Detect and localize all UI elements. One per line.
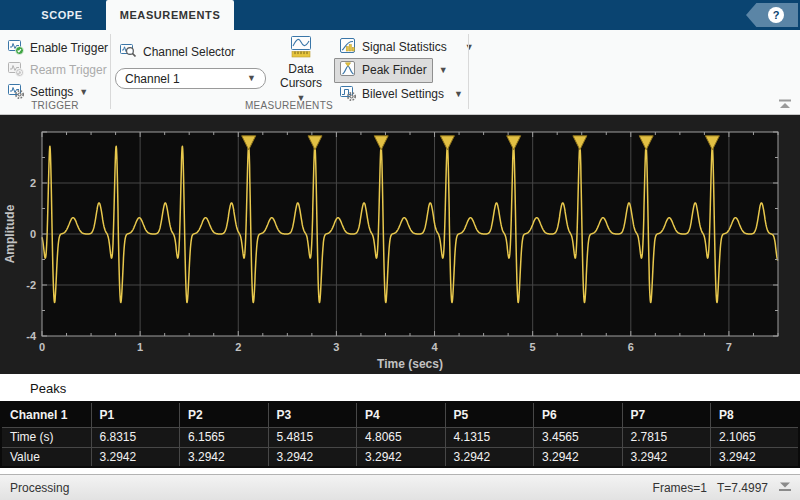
- value-cell: 3.2942: [91, 447, 180, 467]
- statusbar: Processing Frames=1 T=7.4997: [0, 474, 800, 500]
- peak-finder-button[interactable]: Peak Finder: [334, 58, 433, 83]
- channel-selector-button[interactable]: Channel Selector: [120, 42, 235, 62]
- peaks-table: Channel 1P1P2P3P4P5P6P7P8Time (s)6.83156…: [0, 401, 800, 468]
- peak-header-cell: P4: [357, 402, 446, 427]
- measurements-group-label: MEASUREMENTS: [110, 100, 468, 111]
- trigger-settings-button[interactable]: Settings ▼: [8, 82, 88, 102]
- peaks-table-row: Value3.29423.29423.29423.29423.29423.294…: [1, 447, 799, 467]
- signal-statistics-dropdown-icon[interactable]: ▼: [465, 43, 474, 52]
- ribbon-toolstrip: Enable Trigger Rearm Trigger: [0, 30, 800, 115]
- channel-dropdown[interactable]: Channel 1 ▼: [115, 68, 266, 89]
- help-icon: ?: [768, 7, 784, 23]
- value-cell: 2.1065: [711, 427, 800, 447]
- data-cursors-label-line2: Cursors: [280, 76, 322, 90]
- peak-header-cell: P2: [180, 402, 269, 427]
- signal-statistics-label: Signal Statistics: [362, 40, 447, 54]
- status-text: Processing: [10, 481, 69, 495]
- x-axis-label: Time (secs): [377, 357, 443, 371]
- tabbar: SCOPE MEASUREMENTS ?: [0, 0, 800, 30]
- value-cell: 6.1565: [180, 427, 269, 447]
- enable-trigger-button[interactable]: Enable Trigger: [8, 38, 108, 58]
- peak-finder-row: Peak Finder ▼: [334, 59, 448, 81]
- channel-dropdown-value: Channel 1: [125, 72, 180, 86]
- channel-selector-label: Channel Selector: [143, 45, 235, 59]
- peak-finder-icon: [340, 61, 356, 80]
- peak-header-cell: P3: [268, 402, 357, 427]
- enable-trigger-label: Enable Trigger: [30, 41, 108, 55]
- y-tick-label: 0: [30, 228, 36, 240]
- x-tick-label: 3: [333, 341, 339, 353]
- collapse-statusbar-button[interactable]: [778, 481, 792, 495]
- peaks-table-header-row: Channel 1P1P2P3P4P5P6P7P8: [1, 402, 799, 427]
- bilevel-settings-label: Bilevel Settings: [362, 87, 444, 101]
- group-separator: [110, 34, 111, 109]
- plot-panel: 01234567-4-202Time (secs)Amplitude: [0, 115, 800, 374]
- value-cell: 3.2942: [534, 447, 623, 467]
- data-cursors-button[interactable]: Data Cursors ▼: [276, 35, 326, 104]
- rearm-trigger-icon: [8, 61, 24, 80]
- y-tick-label: -4: [26, 330, 37, 342]
- peaks-panel-title: Peaks: [30, 381, 66, 396]
- value-cell: 3.2942: [622, 447, 711, 467]
- value-cell: 3.2942: [357, 447, 446, 467]
- trigger-settings-label: Settings: [30, 85, 73, 99]
- signal-statistics-button[interactable]: Signal Statistics: [334, 35, 453, 60]
- value-cell: 3.4565: [534, 427, 623, 447]
- peak-finder-label: Peak Finder: [362, 63, 427, 77]
- value-cell: 5.4815: [268, 427, 357, 447]
- row-label-cell: Time (s): [1, 427, 91, 447]
- value-cell: 3.2942: [180, 447, 269, 467]
- x-tick-label: 4: [431, 341, 438, 353]
- peak-finder-dropdown-icon[interactable]: ▼: [439, 66, 448, 75]
- collapse-ribbon-button[interactable]: [778, 98, 792, 112]
- tab-scope[interactable]: SCOPE: [18, 0, 106, 30]
- peak-header-cell: P6: [534, 402, 623, 427]
- trigger-settings-icon: [8, 83, 24, 102]
- tab-measurements[interactable]: MEASUREMENTS: [106, 0, 234, 30]
- peak-header-cell: P5: [445, 402, 534, 427]
- bilevel-settings-dropdown-icon[interactable]: ▼: [454, 90, 463, 99]
- enable-trigger-icon: [8, 39, 24, 58]
- frames-counter: Frames=1: [653, 481, 707, 495]
- scope-plot[interactable]: 01234567-4-202Time (secs)Amplitude: [0, 115, 800, 374]
- x-tick-label: 1: [137, 341, 143, 353]
- trigger-group-label: TRIGGER: [0, 100, 110, 111]
- y-tick-label: 2: [30, 177, 36, 189]
- x-tick-label: 2: [235, 341, 241, 353]
- peaks-table-row: Time (s)6.83156.15655.48154.80654.13153.…: [1, 427, 799, 447]
- y-axis-label: Amplitude: [3, 204, 17, 263]
- peak-header-cell: P1: [91, 402, 180, 427]
- value-cell: 3.2942: [711, 447, 800, 467]
- x-tick-label: 5: [530, 341, 536, 353]
- collapse-down-icon: [778, 482, 792, 492]
- trigger-settings-dropdown-icon[interactable]: ▼: [79, 88, 88, 97]
- x-tick-label: 7: [726, 341, 732, 353]
- channel-header-cell: Channel 1: [1, 402, 91, 427]
- sim-time: T=7.4997: [717, 481, 768, 495]
- row-label-cell: Value: [1, 447, 91, 467]
- value-cell: 6.8315: [91, 427, 180, 447]
- channel-dropdown-caret-icon: ▼: [247, 74, 256, 83]
- value-cell: 4.8065: [357, 427, 446, 447]
- value-cell: 2.7815: [622, 427, 711, 447]
- scope-window: SCOPE MEASUREMENTS ? Enable Trigger: [0, 0, 800, 500]
- x-tick-label: 6: [628, 341, 634, 353]
- y-tick-label: -2: [26, 279, 36, 291]
- channel-selector-icon: [120, 42, 137, 62]
- group-separator: [468, 34, 469, 109]
- data-cursors-icon: [289, 48, 313, 62]
- value-cell: 4.1315: [445, 427, 534, 447]
- signal-statistics-row: Signal Statistics ▼: [334, 36, 474, 58]
- peak-header-cell: P8: [711, 402, 800, 427]
- rearm-trigger-button: Rearm Trigger: [8, 60, 107, 80]
- value-cell: 3.2942: [445, 447, 534, 467]
- peak-header-cell: P7: [622, 402, 711, 427]
- x-tick-label: 0: [39, 341, 45, 353]
- data-cursors-label-line1: Data: [276, 62, 326, 76]
- value-cell: 3.2942: [268, 447, 357, 467]
- collapse-up-icon: [778, 99, 792, 109]
- help-button[interactable]: ?: [746, 3, 798, 27]
- peaks-panel: Peaks Channel 1P1P2P3P4P5P6P7P8Time (s)6…: [0, 374, 800, 474]
- signal-statistics-icon: [340, 38, 356, 57]
- rearm-trigger-label: Rearm Trigger: [30, 63, 107, 77]
